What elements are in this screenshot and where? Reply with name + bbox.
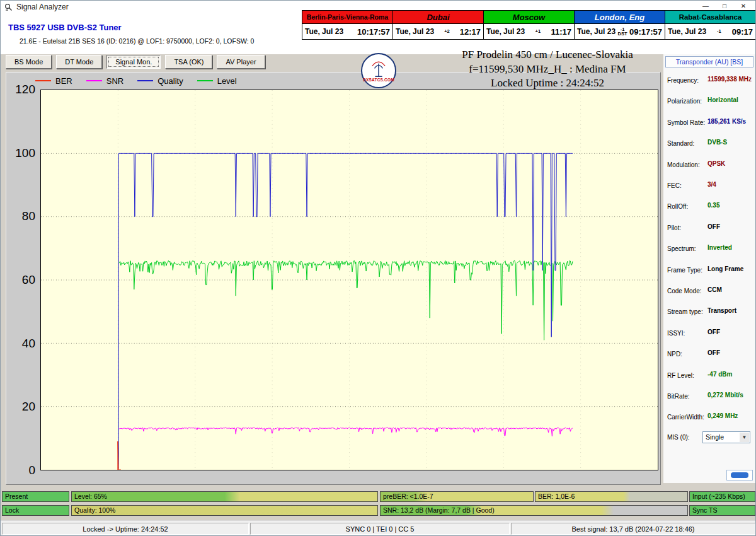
- signal-chart-panel: BERSNRQualityLevel 120100806040200: [6, 72, 661, 485]
- buffer-bar-icon: [731, 472, 748, 478]
- clock-datetime: Tue, Jul 23-1DST09:17:57: [574, 24, 665, 40]
- field-label: ISSYI:: [667, 330, 685, 337]
- legend-snr: SNR: [86, 76, 123, 86]
- field-label: RollOff:: [667, 203, 688, 210]
- preber-meter: preBER: <1.0E-7: [380, 491, 534, 502]
- dxsatcs-logo: DXSATCS.COM: [361, 53, 396, 88]
- app-icon: [4, 3, 13, 11]
- clock-time: 09:17:57: [629, 27, 662, 37]
- tab-av-player[interactable]: AV Player: [217, 55, 265, 69]
- clock-datetime: Tue, Jul 2310:17:57: [302, 24, 393, 40]
- clock-date: Tue, Jul 23: [396, 27, 434, 36]
- field-label: Symbol Rate:: [667, 119, 705, 126]
- clock-city-label: Rabat-Casablanca: [665, 10, 756, 24]
- field-label: CarrierWidth:: [667, 414, 704, 421]
- field-label: Frame Type:: [667, 267, 702, 274]
- y-axis-label: 100: [9, 146, 35, 160]
- legend-line-icon: [137, 80, 153, 81]
- clock-time: 12:17: [460, 27, 481, 37]
- field-value: 11599,338 MHz: [707, 73, 752, 86]
- legend-label: Level: [217, 76, 237, 86]
- chart-plot-area: [40, 90, 658, 470]
- clock-column-5: Rabat-CasablancaTue, Jul 23-109:17: [665, 10, 756, 40]
- transponder-row-npd: NPD:OFF: [667, 347, 754, 359]
- y-axis-label: 60: [9, 273, 35, 287]
- snr-meter: SNR: 13,2 dB (Margin: 7,7 dB | Good): [380, 505, 688, 516]
- field-value: 0,249 MHz: [707, 410, 738, 422]
- transponder-row-pilot: Pilot:OFF: [667, 221, 754, 233]
- buffer-indicator-button[interactable]: [726, 470, 753, 481]
- clock-column-1: Berlin-Paris-Vienna-RomaTue, Jul 2310:17…: [302, 10, 393, 40]
- statusbar-lock-uptime: Locked -> Uptime: 24:24:52: [2, 523, 249, 535]
- site-header-line1: PF Prodelin 450 cm / Lucenec-Slovakia: [409, 48, 686, 62]
- tuner-details: 21.6E - Eutelsat 21B SES 16 (ID: 0216) @…: [20, 37, 254, 45]
- world-clock-table: Berlin-Paris-Vienna-RomaTue, Jul 2310:17…: [302, 10, 756, 40]
- legend-quality: Quality: [137, 76, 183, 86]
- field-value: CCM: [707, 284, 722, 296]
- field-value: Transport: [707, 305, 736, 317]
- tab-signal-mon[interactable]: Signal Mon.: [106, 55, 161, 69]
- lock-indicator: Lock: [2, 505, 69, 516]
- antenna-icon: [362, 54, 395, 87]
- transponder-row-standard: Standard:DVB-S: [667, 136, 754, 149]
- field-value: OFF: [707, 221, 720, 233]
- legend-label: BER: [55, 76, 72, 86]
- chevron-down-icon[interactable]: ▼: [740, 433, 749, 442]
- window-title: Signal Analyzer: [16, 3, 69, 11]
- clock-date: Tue, Jul 23: [305, 27, 343, 36]
- legend-ber: BER: [35, 76, 72, 86]
- clock-column-3: MoscowTue, Jul 23+111:17: [483, 10, 575, 40]
- series-quality: [118, 153, 573, 470]
- mis-row: MIS (0): Single ▼: [667, 431, 753, 444]
- tab-dt-mode[interactable]: DT Mode: [56, 55, 102, 69]
- site-header: PF Prodelin 450 cm / Lucenec-Slovakia f=…: [409, 48, 686, 91]
- clock-utc-offset: -1: [717, 29, 721, 34]
- statusbar: Locked -> Uptime: 24:24:52 SYNC 0 | TEI …: [1, 520, 756, 536]
- field-value: Long Frame: [707, 263, 743, 276]
- clock-column-4: London, EngTue, Jul 23-1DST09:17:57: [574, 10, 665, 40]
- statusbar-sync-counters: SYNC 0 | TEI 0 | CC 5: [250, 523, 510, 535]
- field-value: Inverted: [707, 242, 732, 254]
- y-axis-label: 40: [9, 337, 35, 351]
- field-value: Horizontal: [707, 94, 738, 107]
- legend-label: SNR: [106, 76, 123, 86]
- field-value: 0.35: [707, 199, 719, 212]
- field-value: QPSK: [707, 158, 725, 170]
- field-label: BitRate:: [667, 393, 690, 400]
- field-label: Code Mode:: [667, 288, 701, 294]
- tab-bs-mode[interactable]: BS Mode: [6, 55, 52, 69]
- mis-select[interactable]: Single ▼: [702, 431, 750, 443]
- clock-city-label: Berlin-Paris-Vienna-Roma: [302, 10, 393, 24]
- input-indicator: Input (~235 Kbps): [689, 491, 755, 502]
- field-label: Standard:: [667, 140, 694, 147]
- field-label: Stream type:: [667, 308, 703, 315]
- field-value: 185,261 KS/s: [707, 115, 746, 128]
- tuner-name: TBS 5927 USB DVB-S2 Tuner: [8, 23, 122, 32]
- field-value: 3/4: [707, 178, 716, 191]
- signal-analyzer-window: Signal Analyzer — □ ✕ TBS 5927 USB DVB-S…: [0, 0, 756, 536]
- clock-utc-offset: +2: [444, 29, 450, 34]
- clock-column-2: DubaiTue, Jul 23+212:17: [392, 10, 484, 40]
- transponder-row-frametype: Frame Type:Long Frame: [667, 263, 754, 276]
- clock-time: 11:17: [551, 27, 571, 37]
- clock-time: 09:17: [732, 27, 753, 37]
- field-value: OFF: [707, 326, 720, 339]
- series-snr: [118, 428, 573, 436]
- quality-meter: Quality: 100%: [71, 505, 378, 516]
- transponder-row-symbolrate: Symbol Rate:185,261 KS/s: [667, 115, 754, 128]
- transponder-row-streamtype: Stream type:Transport: [667, 305, 754, 317]
- tab-tsa-ok[interactable]: TSA (OK): [165, 55, 212, 69]
- field-label: FEC:: [667, 182, 682, 189]
- transponder-row-codemode: Code Mode:CCM: [667, 284, 754, 296]
- field-label: Spectrum:: [667, 245, 696, 252]
- mis-label: MIS (0):: [667, 434, 690, 441]
- sync-ts-indicator: Sync TS: [689, 505, 755, 516]
- logo-label: DXSATCS.COM: [362, 78, 395, 82]
- y-axis-label: 20: [9, 400, 35, 414]
- transponder-panel: Transponder (AU) [BS] Frequency:11599,33…: [663, 54, 755, 483]
- field-value: OFF: [707, 347, 720, 359]
- clock-time: 10:17:57: [357, 27, 390, 37]
- transponder-row-modulation: Modulation:QPSK: [667, 158, 754, 170]
- clock-date: Tue, Jul 23: [668, 27, 706, 36]
- y-axis-label: 0: [9, 463, 35, 477]
